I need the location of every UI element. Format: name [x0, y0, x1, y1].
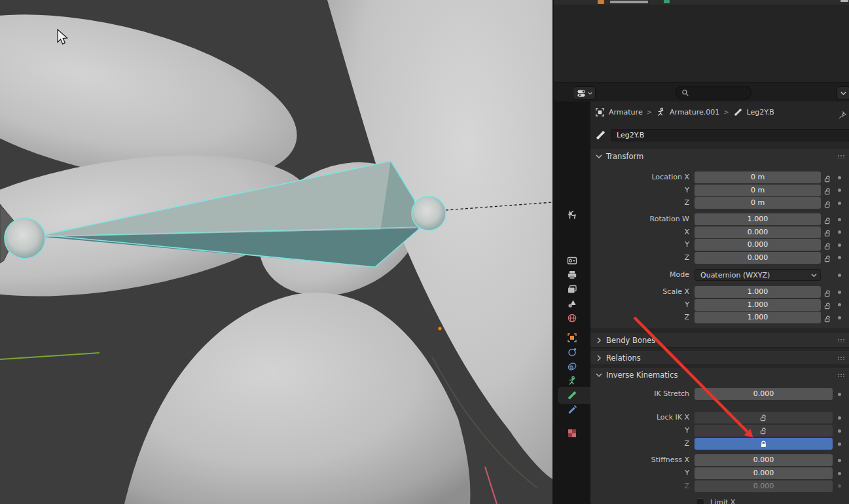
ik-stretch-field[interactable]: 0.000: [695, 388, 833, 400]
row-scale-z: Z 1.000: [590, 312, 849, 323]
decorator-dot[interactable]: [838, 230, 841, 234]
panel-drag-grip[interactable]: [837, 154, 846, 158]
field-label: Mode: [590, 269, 689, 281]
lock-ik-z-toggle[interactable]: [695, 438, 833, 450]
tab-view-layer[interactable]: [567, 284, 577, 295]
lock-open-icon[interactable]: [823, 253, 832, 262]
tab-scene[interactable]: [567, 298, 577, 309]
bone-joint-sphere-head[interactable]: [412, 196, 446, 230]
scale-y-field[interactable]: 1.000: [695, 299, 821, 311]
decorator-dot[interactable]: [838, 459, 841, 462]
scale-x-field[interactable]: 1.000: [695, 286, 821, 298]
breadcrumb-armature-data[interactable]: Armature.001: [670, 108, 719, 117]
tab-output[interactable]: [567, 270, 577, 280]
decorator-dot[interactable]: [838, 416, 841, 420]
rotation-z-field[interactable]: 0.000: [695, 252, 821, 264]
bone-name-input[interactable]: Leg2Y.B: [611, 129, 849, 141]
lock-open-icon[interactable]: [823, 199, 832, 207]
breadcrumb-object[interactable]: Armature: [609, 108, 643, 117]
decorator-dot[interactable]: [838, 291, 841, 294]
lock-open-icon[interactable]: [823, 173, 832, 182]
lock-open-icon[interactable]: [823, 215, 832, 224]
properties-editor: Armature > Armature.001 > Leg2Y.B Leg2Y.…: [554, 101, 849, 504]
pin-icon[interactable]: [838, 111, 847, 120]
lock-open-icon[interactable]: [823, 186, 832, 194]
outliner-editor[interactable]: [554, 0, 849, 82]
bone-joint-sphere-tail[interactable]: [5, 218, 45, 259]
decorator-dot[interactable]: [838, 442, 841, 446]
tab-physics[interactable]: [567, 347, 577, 357]
panel-inverse-kinematics-header[interactable]: Inverse Kinematics: [590, 368, 849, 382]
tab-render[interactable]: [567, 255, 577, 266]
field-label: Z: [590, 438, 689, 450]
panel-title: Bendy Bones: [606, 336, 655, 345]
tab-bone-constraints[interactable]: [567, 405, 577, 415]
decorator-dot[interactable]: [838, 303, 841, 306]
decorator-dot[interactable]: [838, 202, 841, 205]
lock-open-icon[interactable]: [823, 314, 832, 322]
location-z-field[interactable]: 0 m: [695, 197, 821, 209]
editor-type-button[interactable]: [573, 86, 596, 99]
decorator-dot[interactable]: [838, 274, 841, 277]
field-label: Z: [590, 252, 689, 264]
viewport-3d[interactable]: [0, 0, 552, 504]
outliner-scrollbar[interactable]: [840, 0, 848, 2]
decorator-dot[interactable]: [838, 393, 841, 396]
row-location-x: Location X 0 m: [590, 171, 849, 183]
decorator-dot[interactable]: [838, 218, 841, 221]
location-y-field[interactable]: 0 m: [695, 185, 821, 196]
decorator-dot[interactable]: [838, 256, 841, 259]
lock-ik-x-toggle[interactable]: [695, 412, 833, 423]
panel-title: Transform: [606, 152, 643, 161]
panel-bendy-bones[interactable]: Bendy Bones: [590, 333, 849, 347]
panel-relations[interactable]: Relations: [590, 351, 849, 365]
stiffness-z-field-disabled: 0.000: [695, 480, 833, 492]
breadcrumb-bone[interactable]: Leg2Y.B: [747, 108, 774, 117]
tab-bone-active[interactable]: [567, 390, 577, 401]
lock-ik-y-toggle[interactable]: [695, 425, 833, 437]
stiffness-x-field[interactable]: 0.000: [695, 454, 833, 466]
scale-z-field[interactable]: 1.000: [695, 312, 821, 323]
field-label: Y: [590, 467, 689, 479]
decorator-dot[interactable]: [838, 243, 841, 247]
tab-world[interactable]: [567, 313, 577, 323]
panel-drag-grip[interactable]: [837, 373, 846, 377]
panel-transform-header[interactable]: Transform: [590, 149, 849, 163]
location-x-field[interactable]: 0 m: [695, 171, 821, 183]
row-rotation-w: Rotation W 1.000: [590, 213, 849, 225]
lock-open-icon[interactable]: [823, 300, 832, 309]
limit-x-checkbox[interactable]: [696, 498, 704, 504]
panel-drag-grip[interactable]: [837, 338, 846, 342]
rotation-mode-dropdown[interactable]: Quaternion (WXYZ): [695, 269, 821, 281]
outliner-clipped-row[interactable]: [554, 0, 849, 5]
object-origin-dot: [438, 327, 442, 331]
decorator-dot[interactable]: [838, 429, 841, 433]
decorator-dot[interactable]: [838, 189, 841, 192]
tab-tool[interactable]: [567, 209, 577, 220]
decorator-dot[interactable]: [838, 472, 841, 475]
search-input[interactable]: [676, 86, 751, 99]
tab-object-data-armature[interactable]: [567, 376, 577, 386]
header-options-button[interactable]: [837, 86, 849, 99]
stiffness-y-field[interactable]: 0.000: [695, 467, 833, 479]
rotation-y-field[interactable]: 0.000: [695, 239, 821, 251]
tab-texture[interactable]: [567, 428, 577, 439]
field-label: Lock IK X: [590, 412, 689, 423]
panel-drag-grip[interactable]: [837, 356, 846, 360]
rotation-w-field[interactable]: 1.000: [695, 213, 821, 225]
tab-object[interactable]: [567, 333, 577, 343]
rotation-x-field[interactable]: 0.000: [695, 226, 821, 238]
field-label: Y: [590, 185, 689, 196]
limit-x-label: Limit X: [710, 497, 735, 504]
chevron-down-icon: [596, 153, 602, 160]
field-label: Z: [590, 197, 689, 209]
lock-open-icon: [759, 427, 768, 435]
field-label: Y: [590, 425, 689, 437]
decorator-dot[interactable]: [838, 316, 841, 319]
tab-object-constraints[interactable]: [567, 361, 577, 372]
decorator-dot[interactable]: [838, 176, 841, 179]
lock-open-icon[interactable]: [823, 228, 832, 236]
lock-open-icon[interactable]: [823, 241, 832, 249]
row-stiffness-z: Z 0.000: [590, 480, 849, 492]
lock-open-icon[interactable]: [823, 288, 832, 297]
